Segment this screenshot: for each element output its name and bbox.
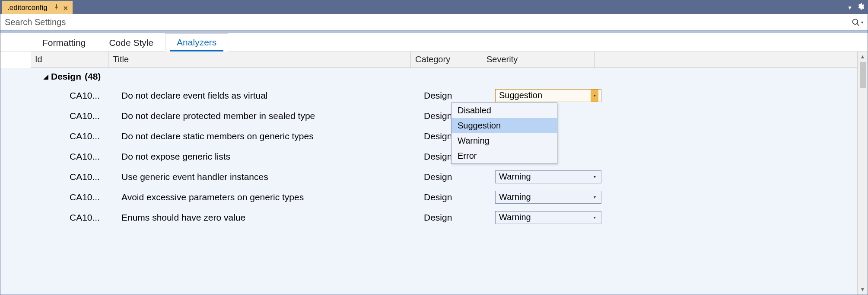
rule-title: Enums should have zero value (121, 212, 424, 223)
severity-value: Warning (499, 192, 531, 202)
dropdown-item[interactable]: Suggestion (451, 118, 557, 133)
content-area: ▾ Formatting Code Style Analyzers Id Tit… (0, 14, 868, 295)
rule-title: Use generic event handler instances (121, 172, 424, 182)
rule-id: CA10... (70, 111, 121, 121)
group-name: Design (51, 71, 81, 82)
dropdown-item[interactable]: Error (451, 148, 557, 164)
severity-value: Suggestion (499, 90, 542, 100)
pin-icon[interactable] (54, 3, 60, 12)
gear-icon[interactable] (857, 3, 865, 13)
rule-category: Design (424, 90, 495, 101)
col-header-severity[interactable]: Severity (482, 51, 595, 67)
severity-value: Warning (499, 172, 531, 182)
search-input[interactable] (5, 17, 852, 27)
rule-title: Do not declare event fields as virtual (121, 90, 424, 101)
rule-title: Do not expose generic lists (121, 151, 424, 162)
chevron-down-icon[interactable]: ▾ (591, 191, 598, 203)
severity-select[interactable]: Warning▾ (495, 211, 601, 224)
tab-code-style[interactable]: Code Style (97, 34, 165, 51)
severity-value: Warning (499, 212, 531, 222)
rule-severity-cell: Warning▾ (495, 191, 607, 204)
rule-severity-cell: Suggestion▾ (495, 89, 607, 102)
rule-row[interactable]: CA10...Do not declare static members on … (44, 126, 857, 146)
rule-row[interactable]: CA10...Enums should have zero valueDesig… (44, 207, 857, 228)
rule-category: Design (424, 212, 495, 223)
rule-id: CA10... (70, 212, 121, 223)
search-bar: ▾ (0, 14, 868, 31)
dropdown-item[interactable]: Warning (451, 133, 557, 148)
rule-title: Avoid excessive parameters on generic ty… (121, 192, 424, 202)
rule-id: CA10... (70, 131, 121, 141)
title-bar: .editorconfig ✕ ▼ (0, 0, 868, 14)
rule-row[interactable]: CA10...Do not declare event fields as vi… (44, 85, 857, 106)
dropdown-item[interactable]: Disabled (451, 103, 557, 118)
rule-category: Design (424, 192, 495, 202)
col-header-spacer (595, 51, 857, 67)
rule-row[interactable]: CA10...Avoid excessive parameters on gen… (44, 187, 857, 207)
rule-row[interactable]: CA10...Do not declare protected member i… (44, 106, 857, 126)
grid-header: Id Title Category Severity (31, 51, 857, 68)
scroll-thumb[interactable] (860, 62, 866, 88)
grid-body: ◢ Design (48) CA10...Do not declare even… (0, 68, 857, 295)
window-menu-chevron-icon[interactable]: ▼ (847, 5, 852, 11)
document-tab[interactable]: .editorconfig ✕ (2, 1, 73, 14)
svg-point-0 (853, 19, 858, 24)
severity-select[interactable]: Warning▾ (495, 170, 601, 183)
rule-row[interactable]: CA10...Use generic event handler instanc… (44, 167, 857, 187)
group-count: (48) (85, 71, 101, 82)
rule-id: CA10... (70, 172, 121, 182)
chevron-down-icon[interactable]: ▾ (591, 171, 598, 183)
rule-id: CA10... (70, 151, 121, 162)
col-header-title[interactable]: Title (108, 51, 411, 67)
severity-select[interactable]: Warning▾ (495, 191, 601, 204)
severity-select[interactable]: Suggestion▾ (495, 89, 601, 102)
tab-analyzers[interactable]: Analyzers (165, 33, 228, 51)
rule-title: Do not declare static members on generic… (121, 131, 424, 141)
rule-row[interactable]: CA10...Do not expose generic listsDesign (44, 146, 857, 167)
expand-collapse-icon[interactable]: ◢ (44, 73, 48, 80)
document-tab-label: .editorconfig (7, 3, 48, 12)
close-icon[interactable]: ✕ (63, 5, 69, 11)
search-icon[interactable]: ▾ (852, 18, 863, 27)
scroll-down-icon[interactable]: ▼ (858, 284, 868, 295)
rule-severity-cell: Warning▾ (495, 211, 607, 224)
rule-severity-cell: Warning▾ (495, 170, 607, 183)
rule-id: CA10... (70, 90, 121, 101)
svg-line-1 (857, 23, 859, 26)
chevron-down-icon[interactable]: ▾ (591, 90, 598, 102)
nav-tabs: Formatting Code Style Analyzers (0, 33, 868, 51)
chevron-down-icon[interactable]: ▾ (591, 212, 598, 224)
col-header-id[interactable]: Id (31, 51, 108, 67)
col-header-category[interactable]: Category (411, 51, 482, 67)
scroll-up-icon[interactable]: ▲ (858, 51, 868, 62)
severity-dropdown: DisabledSuggestionWarningError (451, 103, 557, 164)
rule-category: Design (424, 172, 495, 182)
tab-formatting[interactable]: Formatting (31, 34, 97, 51)
rule-title: Do not declare protected member in seale… (121, 111, 424, 121)
editor-window: .editorconfig ✕ ▼ ▾ Formatting (0, 0, 868, 295)
rule-id: CA10... (70, 192, 121, 202)
group-row[interactable]: ◢ Design (48) (44, 68, 857, 85)
vertical-scrollbar[interactable]: ▲ ▼ (857, 51, 868, 295)
